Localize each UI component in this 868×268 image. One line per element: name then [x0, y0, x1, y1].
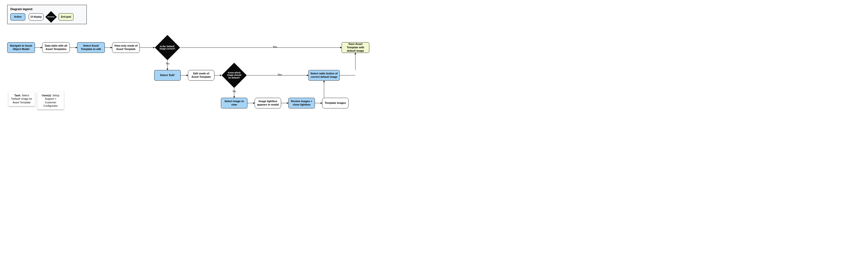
node-decision-default: Is the 'Default' image correct? — [155, 35, 180, 60]
edge-label-yes1: Yes — [272, 45, 278, 48]
legend-endgoal: End goal — [59, 13, 73, 21]
legend-panel: Diagram legend: Action UI display Decisi… — [7, 5, 87, 24]
edge-label-yes2: Yes — [277, 73, 282, 76]
edge-label-no1: No — [165, 62, 170, 65]
node-select-template: Select Asset Template to edit — [77, 42, 105, 53]
node-template-images: Template images — [322, 98, 349, 108]
legend-title: Diagram legend: — [7, 5, 87, 12]
node-lightbox: Image lightbox appears in modal — [255, 98, 281, 108]
node-view-only: View-only mode of Asset Template — [112, 42, 140, 53]
node-save: Save Asset Template with default image — [342, 42, 369, 53]
edge-label-no2: No — [232, 90, 237, 93]
node-edit-mode: Edit mode of Asset Template — [188, 70, 214, 81]
node-datatable: Data table with all Asset Templates — [42, 42, 70, 53]
legend-display: UI display — [29, 13, 43, 21]
node-decision-know: Know which image should be default? — [222, 63, 247, 88]
note-task: Task: Select 'Default' image for Asset T… — [8, 92, 35, 106]
legend-decision: Decision — [45, 11, 57, 23]
note-users: User(s): Setup Support + Customer Config… — [37, 92, 64, 109]
node-review: Review images + close lightbox — [288, 98, 315, 108]
node-select-radio: Select radio button of correct default i… — [308, 70, 340, 81]
node-select-edit: Select 'Edit' — [154, 70, 181, 81]
node-select-image: Select image to view — [221, 98, 247, 108]
legend-action: Action — [10, 13, 25, 21]
node-navigate: Navigate to Asset Object Model — [7, 42, 35, 53]
